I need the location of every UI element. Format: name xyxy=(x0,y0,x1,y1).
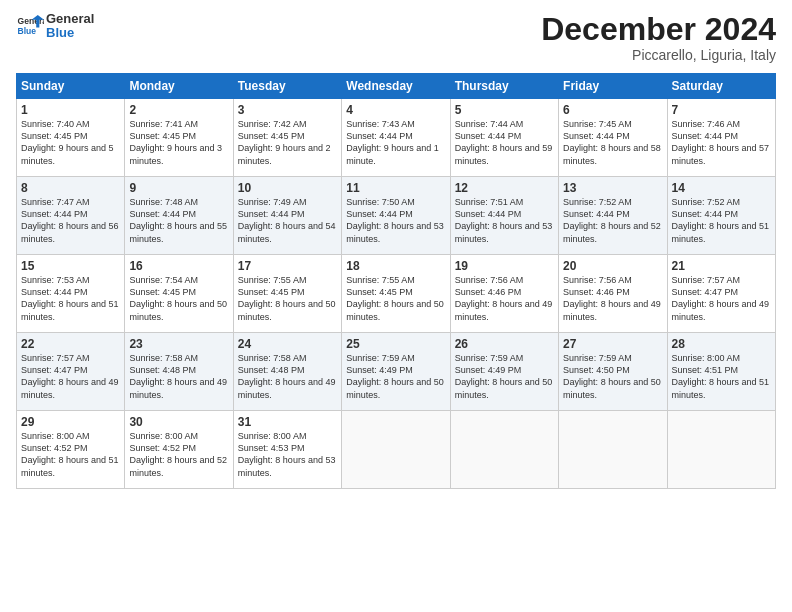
calendar-cell: 28Sunrise: 8:00 AMSunset: 4:51 PMDayligh… xyxy=(667,333,775,411)
cell-info-line: Daylight: 8 hours and 49 minutes. xyxy=(129,376,228,400)
day-number: 29 xyxy=(21,415,120,429)
cell-info-line: Sunrise: 7:43 AM xyxy=(346,118,445,130)
cell-info-line: Sunrise: 7:56 AM xyxy=(563,274,662,286)
cell-info-line: Daylight: 8 hours and 53 minutes. xyxy=(238,454,337,478)
calendar-cell xyxy=(559,411,667,489)
cell-info-line: Sunrise: 7:59 AM xyxy=(563,352,662,364)
cell-info-line: Sunset: 4:53 PM xyxy=(238,442,337,454)
calendar-cell: 31Sunrise: 8:00 AMSunset: 4:53 PMDayligh… xyxy=(233,411,341,489)
week-row-4: 22Sunrise: 7:57 AMSunset: 4:47 PMDayligh… xyxy=(17,333,776,411)
day-number: 12 xyxy=(455,181,554,195)
cell-info-line: Daylight: 9 hours and 2 minutes. xyxy=(238,142,337,166)
calendar-cell: 8Sunrise: 7:47 AMSunset: 4:44 PMDaylight… xyxy=(17,177,125,255)
cell-info-line: Sunset: 4:44 PM xyxy=(238,208,337,220)
svg-text:Blue: Blue xyxy=(18,26,37,36)
calendar-cell: 29Sunrise: 8:00 AMSunset: 4:52 PMDayligh… xyxy=(17,411,125,489)
calendar-cell: 2Sunrise: 7:41 AMSunset: 4:45 PMDaylight… xyxy=(125,99,233,177)
cell-info-line: Sunset: 4:50 PM xyxy=(563,364,662,376)
month-title: December 2024 xyxy=(541,12,776,47)
day-number: 24 xyxy=(238,337,337,351)
cell-info-line: Sunset: 4:44 PM xyxy=(346,130,445,142)
cell-info-line: Daylight: 8 hours and 49 minutes. xyxy=(672,298,771,322)
calendar-cell: 9Sunrise: 7:48 AMSunset: 4:44 PMDaylight… xyxy=(125,177,233,255)
cell-info-line: Sunset: 4:45 PM xyxy=(21,130,120,142)
cell-info-line: Daylight: 8 hours and 54 minutes. xyxy=(238,220,337,244)
cell-info-line: Daylight: 8 hours and 53 minutes. xyxy=(346,220,445,244)
col-header-thursday: Thursday xyxy=(450,74,558,99)
day-number: 21 xyxy=(672,259,771,273)
cell-info-line: Sunset: 4:44 PM xyxy=(563,130,662,142)
cell-info-line: Sunrise: 7:49 AM xyxy=(238,196,337,208)
day-number: 16 xyxy=(129,259,228,273)
cell-info-line: Sunrise: 7:54 AM xyxy=(129,274,228,286)
location: Piccarello, Liguria, Italy xyxy=(541,47,776,63)
cell-info-line: Daylight: 9 hours and 1 minute. xyxy=(346,142,445,166)
header: General Blue General Blue December 2024 … xyxy=(16,12,776,63)
cell-info-line: Daylight: 8 hours and 50 minutes. xyxy=(346,376,445,400)
cell-info-line: Sunset: 4:47 PM xyxy=(672,286,771,298)
day-number: 13 xyxy=(563,181,662,195)
cell-info-line: Daylight: 8 hours and 51 minutes. xyxy=(672,376,771,400)
calendar-cell: 1Sunrise: 7:40 AMSunset: 4:45 PMDaylight… xyxy=(17,99,125,177)
day-number: 1 xyxy=(21,103,120,117)
calendar-cell: 15Sunrise: 7:53 AMSunset: 4:44 PMDayligh… xyxy=(17,255,125,333)
cell-info-line: Sunset: 4:44 PM xyxy=(346,208,445,220)
cell-info-line: Sunset: 4:44 PM xyxy=(21,286,120,298)
col-header-sunday: Sunday xyxy=(17,74,125,99)
cell-info-line: Sunrise: 7:40 AM xyxy=(21,118,120,130)
cell-info-line: Sunset: 4:49 PM xyxy=(455,364,554,376)
day-number: 8 xyxy=(21,181,120,195)
logo-icon: General Blue xyxy=(16,12,44,40)
cell-info-line: Daylight: 8 hours and 51 minutes. xyxy=(21,454,120,478)
cell-info-line: Sunset: 4:45 PM xyxy=(129,130,228,142)
calendar-cell: 27Sunrise: 7:59 AMSunset: 4:50 PMDayligh… xyxy=(559,333,667,411)
day-number: 27 xyxy=(563,337,662,351)
calendar-cell: 5Sunrise: 7:44 AMSunset: 4:44 PMDaylight… xyxy=(450,99,558,177)
calendar-cell: 16Sunrise: 7:54 AMSunset: 4:45 PMDayligh… xyxy=(125,255,233,333)
cell-info-line: Daylight: 8 hours and 50 minutes. xyxy=(238,298,337,322)
col-header-wednesday: Wednesday xyxy=(342,74,450,99)
col-header-friday: Friday xyxy=(559,74,667,99)
day-number: 20 xyxy=(563,259,662,273)
day-number: 5 xyxy=(455,103,554,117)
cell-info-line: Daylight: 8 hours and 50 minutes. xyxy=(455,376,554,400)
day-number: 15 xyxy=(21,259,120,273)
cell-info-line: Daylight: 8 hours and 52 minutes. xyxy=(129,454,228,478)
calendar-cell: 30Sunrise: 8:00 AMSunset: 4:52 PMDayligh… xyxy=(125,411,233,489)
cell-info-line: Sunset: 4:45 PM xyxy=(346,286,445,298)
cell-info-line: Daylight: 8 hours and 59 minutes. xyxy=(455,142,554,166)
cell-info-line: Sunrise: 7:57 AM xyxy=(672,274,771,286)
week-row-2: 8Sunrise: 7:47 AMSunset: 4:44 PMDaylight… xyxy=(17,177,776,255)
cell-info-line: Daylight: 8 hours and 51 minutes. xyxy=(21,298,120,322)
cell-info-line: Sunrise: 8:00 AM xyxy=(21,430,120,442)
cell-info-line: Daylight: 9 hours and 5 minutes. xyxy=(21,142,120,166)
cell-info-line: Sunset: 4:44 PM xyxy=(21,208,120,220)
week-row-1: 1Sunrise: 7:40 AMSunset: 4:45 PMDaylight… xyxy=(17,99,776,177)
calendar-cell: 19Sunrise: 7:56 AMSunset: 4:46 PMDayligh… xyxy=(450,255,558,333)
cell-info-line: Sunset: 4:46 PM xyxy=(455,286,554,298)
cell-info-line: Sunrise: 7:48 AM xyxy=(129,196,228,208)
day-number: 7 xyxy=(672,103,771,117)
logo-text-general: General xyxy=(46,12,94,26)
cell-info-line: Daylight: 8 hours and 51 minutes. xyxy=(672,220,771,244)
logo: General Blue General Blue xyxy=(16,12,94,41)
cell-info-line: Daylight: 8 hours and 49 minutes. xyxy=(563,298,662,322)
cell-info-line: Sunset: 4:44 PM xyxy=(455,208,554,220)
calendar-cell: 12Sunrise: 7:51 AMSunset: 4:44 PMDayligh… xyxy=(450,177,558,255)
logo-text-blue: Blue xyxy=(46,26,94,40)
cell-info-line: Sunrise: 8:00 AM xyxy=(238,430,337,442)
day-number: 23 xyxy=(129,337,228,351)
day-number: 28 xyxy=(672,337,771,351)
cell-info-line: Sunrise: 7:52 AM xyxy=(672,196,771,208)
cell-info-line: Sunset: 4:45 PM xyxy=(238,286,337,298)
calendar-cell: 25Sunrise: 7:59 AMSunset: 4:49 PMDayligh… xyxy=(342,333,450,411)
cell-info-line: Sunset: 4:48 PM xyxy=(238,364,337,376)
cell-info-line: Daylight: 8 hours and 49 minutes. xyxy=(455,298,554,322)
calendar-cell: 26Sunrise: 7:59 AMSunset: 4:49 PMDayligh… xyxy=(450,333,558,411)
cell-info-line: Sunrise: 7:59 AM xyxy=(346,352,445,364)
day-number: 2 xyxy=(129,103,228,117)
cell-info-line: Sunrise: 7:41 AM xyxy=(129,118,228,130)
calendar-cell: 23Sunrise: 7:58 AMSunset: 4:48 PMDayligh… xyxy=(125,333,233,411)
cell-info-line: Sunset: 4:52 PM xyxy=(129,442,228,454)
cell-info-line: Sunrise: 8:00 AM xyxy=(129,430,228,442)
